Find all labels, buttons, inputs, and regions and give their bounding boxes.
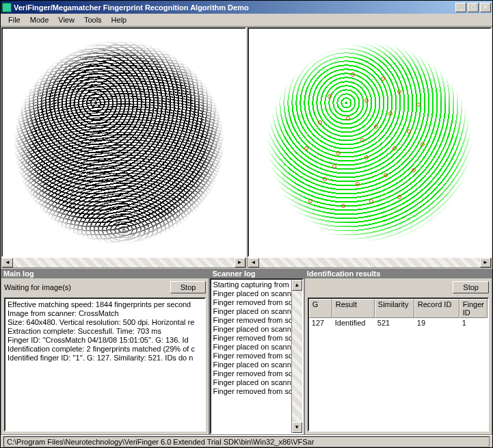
scroll-right-icon[interactable]: ►: [235, 258, 245, 267]
scroll-left-icon[interactable]: ◄: [248, 258, 259, 267]
results-stop-button[interactable]: Stop: [453, 281, 489, 293]
col-similarity[interactable]: Similarity: [375, 299, 414, 318]
menu-file[interactable]: File: [3, 14, 25, 25]
scanner-log-scrollbar[interactable]: ▲ ▼: [291, 280, 302, 433]
window-title: VeriFinger/Megamatcher Fingerprint Recog…: [14, 3, 455, 12]
menu-help[interactable]: Help: [107, 14, 132, 25]
scroll-down-icon[interactable]: ▼: [292, 422, 302, 433]
scrollbar-horizontal-right[interactable]: ◄ ►: [248, 257, 492, 268]
close-button[interactable]: ×: [480, 3, 491, 12]
menu-view[interactable]: View: [53, 14, 79, 25]
results-grid[interactable]: G Result Similarity Record ID Finger ID …: [308, 298, 489, 432]
menu-mode[interactable]: Mode: [25, 14, 54, 25]
results-header-row: G Result Similarity Record ID Finger ID: [309, 299, 488, 318]
scroll-track[interactable]: [13, 258, 235, 267]
results-title: Identification results: [304, 269, 492, 278]
col-g[interactable]: G: [309, 299, 332, 318]
col-record-id[interactable]: Record ID: [414, 299, 459, 318]
status-path: C:\Program Files\Neurotechnology\VeriFin…: [3, 436, 490, 447]
scroll-right-icon[interactable]: ►: [480, 258, 491, 267]
fingerprint-raw-image: [7, 33, 241, 252]
menu-tools[interactable]: Tools: [79, 14, 107, 25]
main-log-text[interactable]: Effective matching speed: 1844 fingerpri…: [4, 298, 206, 432]
app-icon: [2, 3, 12, 12]
col-result[interactable]: Result: [332, 299, 375, 318]
scroll-up-icon[interactable]: ▲: [292, 280, 302, 291]
scanner-log-title: Scanner log: [209, 269, 304, 278]
main-log-title: Main log: [1, 269, 209, 278]
scanner-log-list[interactable]: Starting capturing from sc Finger placed…: [210, 278, 303, 434]
scroll-left-icon[interactable]: ◄: [2, 258, 13, 267]
fingerprint-processed-viewer: [248, 27, 492, 257]
title-bar: VeriFinger/Megamatcher Fingerprint Recog…: [1, 1, 492, 14]
fingerprint-raw-viewer: [1, 27, 246, 257]
menu-bar: File Mode View Tools Help: [1, 14, 492, 27]
main-log-stop-button[interactable]: Stop: [170, 281, 206, 293]
main-log-status: Waiting for image(s): [4, 283, 165, 291]
results-row[interactable]: 127 Identified 521 19 1: [309, 318, 488, 328]
minutiae-overlay: [253, 33, 487, 252]
col-finger-id[interactable]: Finger ID: [459, 299, 488, 318]
scroll-track[interactable]: [259, 258, 481, 267]
minimize-button[interactable]: _: [455, 3, 466, 12]
scrollbar-horizontal-left[interactable]: ◄ ►: [1, 257, 246, 268]
status-bar: C:\Program Files\Neurotechnology\VeriFin…: [1, 435, 492, 448]
maximize-button[interactable]: □: [468, 3, 479, 12]
